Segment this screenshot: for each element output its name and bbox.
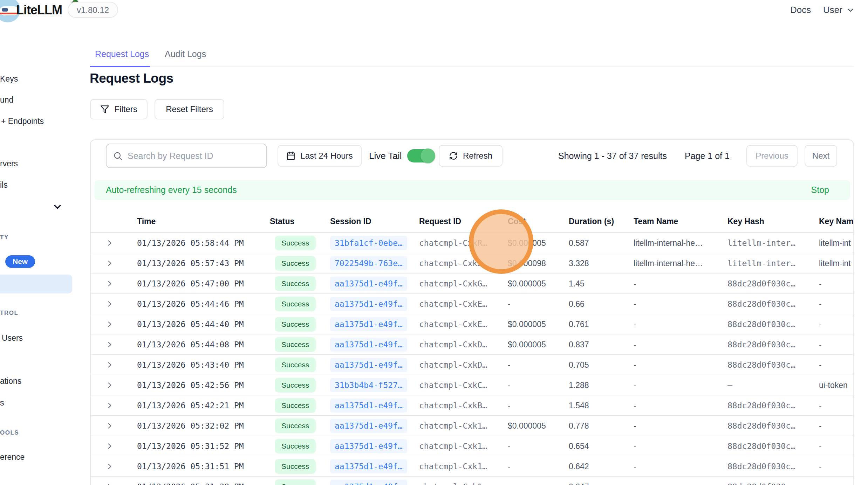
session-id-link[interactable]: aa1375d1-e49f… (330, 459, 407, 473)
expand-row-chevron-icon[interactable] (105, 299, 114, 309)
session-id-link[interactable]: aa1375d1-e49f… (330, 480, 407, 485)
reset-filters-button[interactable]: Reset Filters (155, 99, 224, 119)
cell-status: Success (275, 317, 316, 332)
tabs-divider (90, 67, 854, 67)
session-id-link[interactable]: 7022549b-763e… (330, 256, 407, 270)
session-id-link[interactable]: aa1375d1-e49f… (330, 277, 407, 291)
column-header-status: Status (270, 216, 294, 226)
sidebar-item-servers[interactable]: rvers (0, 159, 18, 168)
cell-duration: 0.587 (569, 238, 589, 248)
table-row[interactable]: 01/13/2026 05:42:56 PM Success 31b3b4b4-… (91, 375, 854, 395)
sidebar-item-guardrails[interactable]: ils (0, 180, 8, 190)
cell-key-name: - (819, 299, 822, 309)
cell-status: Success (275, 297, 316, 311)
session-id-link[interactable]: aa1375d1-e49f… (330, 358, 407, 372)
sidebar-item-models-endpoints[interactable]: + Endpoints (1, 117, 44, 126)
sidebar-item-reference[interactable]: erence (0, 452, 25, 462)
time-range-button[interactable]: Last 24 Hours (278, 145, 362, 167)
filters-button[interactable]: Filters (90, 99, 148, 119)
table-row[interactable]: 01/13/2026 05:42:21 PM Success aa1375d1-… (91, 395, 854, 416)
expand-row-chevron-icon[interactable] (105, 381, 114, 390)
previous-page-button[interactable]: Previous (746, 145, 798, 167)
sidebar-item-logs-selected[interactable] (0, 275, 72, 293)
table-row[interactable]: 01/13/2026 05:44:40 PM Success aa1375d1-… (91, 314, 854, 334)
table-row[interactable]: 01/13/2026 05:32:02 PM Success aa1375d1-… (91, 416, 854, 436)
table-row[interactable]: 01/13/2026 05:57:43 PM Success 7022549b-… (91, 253, 854, 273)
cell-key-name: - (819, 482, 822, 485)
cell-status: Success (275, 479, 316, 485)
expand-row-chevron-icon[interactable] (105, 401, 114, 410)
user-menu[interactable]: User (823, 5, 855, 15)
stop-autorefresh-button[interactable]: Stop (811, 185, 829, 195)
cell-cost: - (508, 441, 511, 451)
funnel-icon (100, 105, 109, 114)
logs-card: Last 24 Hours Live Tail Refresh Showing … (90, 139, 854, 485)
session-id-link[interactable]: aa1375d1-e49f… (330, 297, 407, 311)
search-input[interactable] (128, 151, 260, 161)
next-page-button[interactable]: Next (805, 145, 837, 167)
session-id-link[interactable]: 31b3b4b4-f527… (330, 378, 407, 392)
session-id-link[interactable]: aa1375d1-e49f… (330, 317, 407, 331)
chevron-down-icon (846, 6, 855, 15)
sidebar-item-organizations[interactable]: ations (0, 376, 21, 386)
expand-row-chevron-icon[interactable] (105, 259, 114, 268)
cell-key-name: litellm-int (819, 258, 851, 268)
active-tab-underline (90, 66, 150, 67)
session-id-link[interactable]: 31bfa1cf-0ebe… (330, 236, 407, 250)
table-row[interactable]: 01/13/2026 05:31:38 PM Success aa1375d1-… (91, 477, 854, 485)
tab-audit-logs[interactable]: Audit Logs (165, 49, 206, 59)
sidebar-item-playground[interactable]: und (0, 95, 13, 105)
table-row[interactable]: 01/13/2026 05:31:52 PM Success aa1375d1-… (91, 436, 854, 456)
expand-row-chevron-icon[interactable] (105, 442, 114, 451)
sidebar-item-users[interactable]: Users (2, 333, 23, 343)
cell-duration: 0.837 (569, 340, 589, 349)
live-tail-toggle[interactable] (407, 149, 435, 162)
sidebar-item-keys[interactable]: Keys (0, 74, 18, 84)
expand-row-chevron-icon[interactable] (105, 238, 114, 248)
cell-team-name: litellm-internal-he… (634, 258, 703, 268)
expand-row-chevron-icon[interactable] (105, 340, 114, 349)
session-id-link[interactable]: aa1375d1-e49f… (330, 439, 407, 453)
session-id-link[interactable]: aa1375d1-e49f… (330, 419, 407, 433)
session-id-link[interactable]: aa1375d1-e49f… (330, 338, 407, 352)
cell-team-name: - (634, 340, 636, 349)
cell-cost: $0.000005 (508, 340, 546, 349)
sidebar-item-teams[interactable]: s (0, 398, 4, 408)
cell-team-name: - (634, 380, 636, 390)
cell-team-name: - (634, 319, 636, 329)
cell-duration: 0.778 (569, 421, 589, 430)
table-row[interactable]: 01/13/2026 05:44:46 PM Success aa1375d1-… (91, 294, 854, 314)
table-row[interactable]: 01/13/2026 05:31:51 PM Success aa1375d1-… (91, 456, 854, 477)
cell-cost: - (508, 462, 511, 471)
table-row[interactable]: 01/13/2026 05:58:44 PM Success 31bfa1cf-… (91, 233, 854, 253)
cell-key-name: ui-token (819, 380, 848, 390)
expand-row-chevron-icon[interactable] (105, 482, 114, 485)
table-row[interactable]: 01/13/2026 05:44:08 PM Success aa1375d1-… (91, 334, 854, 355)
cell-time: 01/13/2026 05:57:43 PM (137, 259, 244, 268)
cell-cost: - (508, 482, 511, 485)
cell-key-name: - (819, 441, 822, 451)
cell-duration: 0.705 (569, 360, 589, 369)
expand-row-chevron-icon[interactable] (105, 279, 114, 288)
cell-team-name: - (634, 299, 636, 309)
refresh-button[interactable]: Refresh (439, 145, 503, 167)
tab-request-logs[interactable]: Request Logs (95, 49, 149, 59)
session-id-link[interactable]: aa1375d1-e49f… (330, 399, 407, 413)
expand-row-chevron-icon[interactable] (105, 360, 114, 369)
live-tail-label: Live Tail (369, 151, 402, 161)
expand-row-chevron-icon[interactable] (105, 421, 114, 430)
cell-request-id: chatcmpl-Cxk… (419, 259, 482, 268)
cell-request-id: chatcmpl-CxkD… (419, 360, 487, 369)
table-header: Time Status Session ID Request ID Cost D… (91, 210, 854, 233)
search-request-id[interactable] (106, 144, 267, 168)
cell-key-name: - (819, 462, 822, 471)
sidebar-collapse-chevron-icon[interactable] (52, 202, 63, 212)
expand-row-chevron-icon[interactable] (105, 462, 114, 471)
expand-row-chevron-icon[interactable] (105, 320, 114, 329)
cell-key-name: - (819, 421, 822, 430)
table-row[interactable]: 01/13/2026 05:47:00 PM Success aa1375d1-… (91, 273, 854, 294)
cell-status: Success (275, 459, 316, 474)
docs-link[interactable]: Docs (790, 5, 811, 15)
table-row[interactable]: 01/13/2026 05:43:40 PM Success aa1375d1-… (91, 355, 854, 375)
cell-session-id: aa1375d1-e49f… (330, 480, 407, 485)
